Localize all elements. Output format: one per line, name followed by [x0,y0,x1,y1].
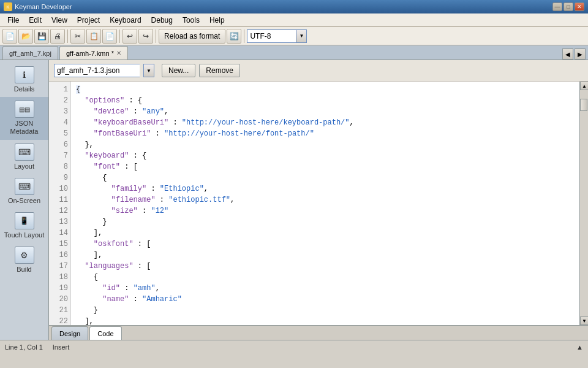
line-numbers: 12345 678910 1112131415 1617181920 21222… [49,82,71,325]
status-bar: Line 1, Col 1 Insert ▲ [0,340,588,353]
minimize-button[interactable]: — [552,2,562,11]
encoding-dropdown-arrow[interactable]: ▼ [296,29,307,43]
cut-button[interactable]: ✂ [70,29,85,44]
sidebar-label-touch-layout: Touch Layout [4,231,44,239]
vertical-scrollbar[interactable]: ▲ ▼ [579,82,588,325]
tab-kpj[interactable]: gff_amh_7.kpj [2,46,58,59]
undo-button[interactable]: ↩ [123,29,137,44]
sidebar-item-build[interactable]: ⚙ Build [0,243,48,277]
sidebar-label-layout: Layout [14,163,34,171]
tab-bar: gff_amh_7.kpj gff-amh-7.kmn * ✕ ◀ ▶ [0,45,588,60]
reload-icon-button[interactable]: 🔄 [227,29,241,44]
menu-edit[interactable]: Edit [24,15,47,26]
open-file-button[interactable]: 📂 [18,29,33,44]
remove-button[interactable]: Remove [199,64,240,77]
menu-tools[interactable]: Tools [178,15,205,26]
sidebar-label-details: Details [14,85,35,93]
menu-debug[interactable]: Debug [146,15,178,26]
sidebar-label-on-screen: On-Screen [8,197,40,205]
sidebar-item-json-metadata[interactable]: ▤▤ JSON Metadata [0,97,48,139]
sidebar-item-details[interactable]: ℹ Details [0,63,48,97]
copy-button[interactable]: 📋 [86,29,101,44]
paste-button[interactable]: 📄 [102,29,117,44]
toolbar-separator-4 [244,29,244,43]
toolbar: 📄 📂 💾 🖨 ✂ 📋 📄 ↩ ↪ Reload as format 🔄 ▼ [0,27,588,45]
toolbar-separator-2 [119,29,120,43]
app-icon: K [4,2,12,11]
save-button[interactable]: 💾 [34,29,49,44]
print-button[interactable]: 🖨 [50,29,65,44]
tab-code[interactable]: Code [89,326,121,340]
code-content[interactable]: { "options" : { "device" : "any", "keybo… [71,82,579,325]
code-editor[interactable]: 12345 678910 1112131415 1617181920 21222… [49,82,588,325]
tab-kmn[interactable]: gff-amh-7.kmn * ✕ [59,46,128,59]
sidebar-item-touch-layout[interactable]: 📱 Touch Layout [0,209,48,243]
status-position: Line 1, Col 1 [5,343,43,351]
menu-project[interactable]: Project [72,15,105,26]
menu-file[interactable]: File [2,15,24,26]
scroll-up-button[interactable]: ▲ [580,82,588,90]
sidebar-label-json-metadata: JSON Metadata [2,120,46,136]
toolbar-separator-3 [156,29,156,43]
toolbar-separator-1 [67,29,68,43]
status-right-icon: ▲ [576,343,583,351]
tab-next-button[interactable]: ▶ [575,48,586,59]
scroll-down-button[interactable]: ▼ [580,316,588,325]
details-icon: ℹ [15,66,34,83]
content-area: ▼ New... Remove 12345 678910 1112131415 … [49,60,588,340]
encoding-combo: ▼ [247,29,307,43]
sidebar-item-on-screen[interactable]: ⌨ On-Screen [0,174,48,209]
build-icon: ⚙ [15,247,34,264]
close-button[interactable]: ✕ [575,2,584,11]
tab-prev-button[interactable]: ◀ [562,48,573,59]
menu-view[interactable]: View [47,15,72,26]
main-area: ℹ Details ▤▤ JSON Metadata ⌨ Layout ⌨ On… [0,60,588,340]
tab-design[interactable]: Design [51,326,88,340]
tab-navigation: ◀ ▶ [562,48,586,59]
on-screen-icon: ⌨ [15,178,34,195]
maximize-button[interactable]: □ [564,2,573,11]
json-file-dropdown[interactable]: ▼ [143,64,154,77]
encoding-input[interactable] [247,29,296,43]
sidebar: ℹ Details ▤▤ JSON Metadata ⌨ Layout ⌨ On… [0,60,49,340]
title-bar-buttons: — □ ✕ [552,2,584,11]
reload-format-button[interactable]: Reload as format [159,29,225,44]
layout-icon: ⌨ [15,144,34,161]
menu-help[interactable]: Help [205,15,230,26]
menu-keyboard[interactable]: Keyboard [105,15,146,26]
scrollbar-thumb[interactable] [580,99,587,111]
title-bar-text: Keyman Developer [15,3,552,10]
new-file-button[interactable]: 📄 [2,29,17,44]
status-mode: Insert [53,343,70,351]
redo-button[interactable]: ↪ [138,29,153,44]
bottom-tabs: Design Code [49,325,588,340]
sidebar-item-layout[interactable]: ⌨ Layout [0,140,48,174]
content-header: ▼ New... Remove [49,60,588,82]
touch-layout-icon: 📱 [15,212,34,229]
tab-kmn-close[interactable]: ✕ [116,50,121,56]
json-file-input[interactable] [54,64,140,77]
json-metadata-icon: ▤▤ [15,101,34,118]
menu-bar: File Edit View Project Keyboard Debug To… [0,13,588,27]
title-bar: K Keyman Developer — □ ✕ [0,0,588,13]
sidebar-label-build: Build [17,266,31,274]
new-button[interactable]: New... [162,64,195,77]
